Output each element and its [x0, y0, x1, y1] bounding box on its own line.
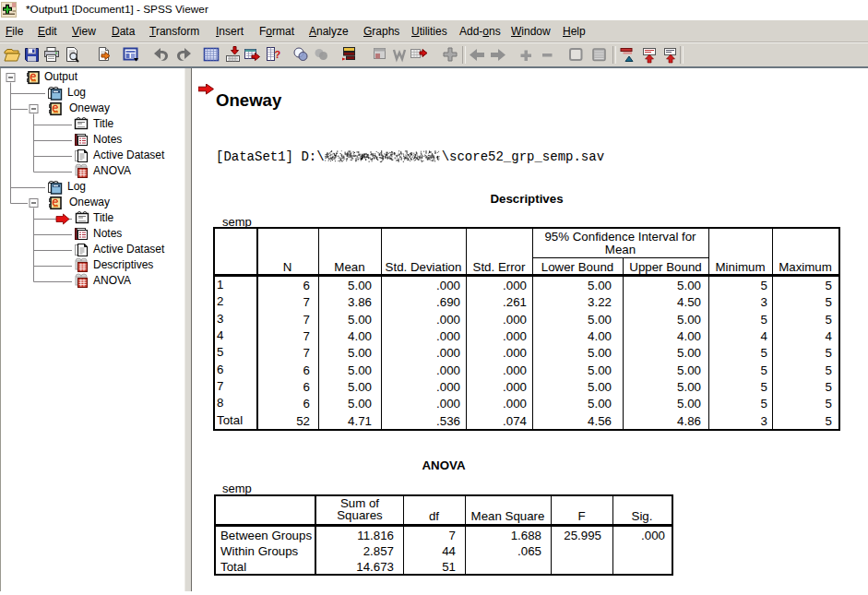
svg-text:?: ?: [275, 49, 281, 60]
